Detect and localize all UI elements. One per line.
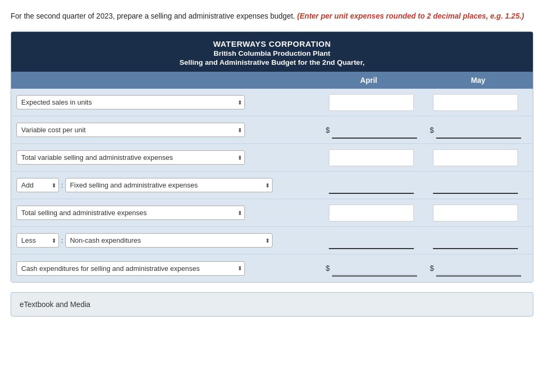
- prefix-select-wrapper[interactable]: Less Add Deduct: [16, 233, 59, 248]
- april-input-cash-exp[interactable]: [332, 260, 417, 277]
- may-input-variable-cost[interactable]: [436, 122, 521, 139]
- row-select-wrapper[interactable]: Variable cost per unit Expected sales in…: [16, 123, 245, 137]
- row-label-cell: Cash expenditures for selling and admini…: [16, 261, 319, 276]
- table-subtitle1: British Columbia Production Plant: [16, 49, 528, 57]
- may-input-cell: [423, 149, 528, 166]
- may-input-fixed[interactable]: [433, 177, 518, 194]
- april-input-variable-cost[interactable]: [332, 122, 417, 139]
- company-name: WATERWAYS CORPORATION: [16, 39, 528, 48]
- row-label-cell: Add Less Deduct : Fixed selling and admi…: [16, 178, 319, 192]
- prefix-separator: :: [61, 236, 63, 244]
- row-select-wrapper[interactable]: Cash expenditures for selling and admini…: [16, 261, 245, 276]
- prefix-select-add[interactable]: Add Less Deduct: [16, 178, 59, 192]
- column-headers: April May: [11, 72, 533, 89]
- instruction-note: (Enter per unit expenses rounded to 2 de…: [297, 12, 524, 20]
- instruction-main: For the second quarter of 2023, prepare …: [11, 12, 295, 20]
- april-input-cell: [319, 177, 423, 194]
- footer-bar: eTextbook and Media: [11, 292, 533, 317]
- table-row: Total variable selling and administrativ…: [11, 144, 533, 172]
- table-row: Add Less Deduct : Fixed selling and admi…: [11, 172, 533, 199]
- april-input-cell: [319, 232, 423, 249]
- table-row: Less Add Deduct : Non-cash expenditures …: [11, 227, 533, 254]
- april-dollar-sign: $: [326, 126, 330, 134]
- row-select-noncash[interactable]: Non-cash expenditures Fixed selling and …: [65, 233, 273, 248]
- col-label-april: April: [314, 76, 423, 84]
- row-label-cell: Less Add Deduct : Non-cash expenditures …: [16, 233, 319, 248]
- may-input-noncash[interactable]: [433, 232, 518, 249]
- add-prefix-group: Less Add Deduct : Non-cash expenditures …: [16, 233, 273, 248]
- table-body: Expected sales in units Variable cost pe…: [11, 89, 533, 282]
- prefix-separator: :: [61, 181, 63, 189]
- prefix-select-less[interactable]: Less Add Deduct: [16, 233, 59, 248]
- col-label-empty: [11, 76, 314, 84]
- april-input-cell: [319, 94, 423, 111]
- row-select-wrapper[interactable]: Total selling and administrative expense…: [16, 206, 245, 220]
- row-select-wrapper[interactable]: Expected sales in units Variable cost pe…: [16, 95, 245, 109]
- row-select-expected-sales[interactable]: Expected sales in units Variable cost pe…: [16, 95, 245, 109]
- may-input-total-selling[interactable]: [433, 204, 518, 221]
- row-select-variable-cost[interactable]: Variable cost per unit Expected sales in…: [16, 123, 245, 137]
- may-input-cell: [423, 204, 528, 221]
- table-header: WATERWAYS CORPORATION British Columbia P…: [11, 32, 533, 72]
- row-select-wrapper[interactable]: Total variable selling and administrativ…: [16, 150, 245, 165]
- row-select-wrapper[interactable]: Non-cash expenditures Fixed selling and …: [65, 233, 273, 248]
- april-input-cell: $: [319, 122, 423, 139]
- april-input-cell: [319, 204, 423, 221]
- table-row: Cash expenditures for selling and admini…: [11, 254, 533, 282]
- may-input-cell: $: [423, 122, 528, 139]
- april-input-total-selling[interactable]: [329, 204, 414, 221]
- table-row: Expected sales in units Variable cost pe…: [11, 89, 533, 116]
- may-dollar-sign: $: [430, 126, 434, 134]
- april-input-expected-sales[interactable]: [329, 94, 414, 111]
- may-input-total-variable[interactable]: [433, 149, 518, 166]
- april-dollar-sign: $: [326, 264, 330, 272]
- may-input-expected-sales[interactable]: [433, 94, 518, 111]
- row-select-cash-exp[interactable]: Cash expenditures for selling and admini…: [16, 261, 245, 276]
- april-input-cell: $: [319, 260, 423, 277]
- footer-label: eTextbook and Media: [20, 300, 90, 309]
- april-input-cell: [319, 149, 423, 166]
- add-prefix-group: Add Less Deduct : Fixed selling and admi…: [16, 178, 273, 192]
- col-label-may: May: [423, 76, 533, 84]
- row-label-cell: Expected sales in units Variable cost pe…: [16, 95, 319, 109]
- instruction-text: For the second quarter of 2023, prepare …: [11, 11, 533, 22]
- april-input-noncash[interactable]: [329, 232, 414, 249]
- may-input-cash-exp[interactable]: [436, 260, 521, 277]
- april-input-total-variable[interactable]: [329, 149, 414, 166]
- may-dollar-sign: $: [430, 264, 434, 272]
- row-select-fixed[interactable]: Fixed selling and administrative expense…: [65, 178, 273, 192]
- table-row: Variable cost per unit Expected sales in…: [11, 116, 533, 144]
- may-input-cell: [423, 94, 528, 111]
- row-select-total-variable[interactable]: Total variable selling and administrativ…: [16, 150, 245, 165]
- april-input-fixed[interactable]: [329, 177, 414, 194]
- row-label-cell: Variable cost per unit Expected sales in…: [16, 123, 319, 137]
- row-select-total-selling[interactable]: Total selling and administrative expense…: [16, 206, 245, 220]
- row-label-cell: Total selling and administrative expense…: [16, 206, 319, 220]
- row-select-wrapper[interactable]: Fixed selling and administrative expense…: [65, 178, 273, 192]
- row-label-cell: Total variable selling and administrativ…: [16, 150, 319, 165]
- prefix-select-wrapper[interactable]: Add Less Deduct: [16, 178, 59, 192]
- may-input-cell: [423, 232, 528, 249]
- table-subtitle2: Selling and Administrative Budget for th…: [16, 58, 528, 66]
- budget-table: WATERWAYS CORPORATION British Columbia P…: [11, 31, 533, 283]
- may-input-cell: $: [423, 260, 528, 277]
- may-input-cell: [423, 177, 528, 194]
- table-row: Total selling and administrative expense…: [11, 199, 533, 227]
